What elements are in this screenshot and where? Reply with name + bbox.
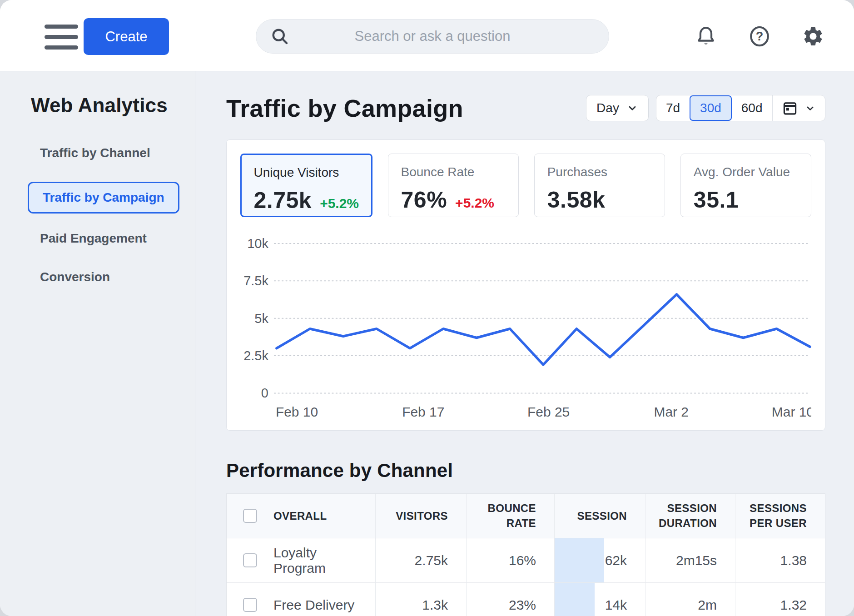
sidebar-item-paid-engagement[interactable]: Paid Engagement: [40, 229, 181, 248]
visitors-cell: 2.75k: [375, 538, 466, 582]
channel-cell: Loyalty Program: [227, 538, 375, 582]
table-body: Loyalty Program2.75k16%62k2m15s1.38Free …: [227, 538, 825, 616]
session-duration-cell-value: 2m15s: [676, 553, 717, 568]
column-header-session-duration: SESSION DURATION: [645, 494, 735, 538]
stat-label: Unique Visitors: [254, 165, 359, 180]
app-window: Create ?: [0, 0, 854, 616]
sessions-per-user-cell: 1.38: [735, 538, 825, 582]
column-header-sessions-per-user: SESSIONS PER USER: [735, 494, 825, 538]
sessions-per-user-cell-value: 1.32: [780, 597, 807, 613]
line-chart-svg: 02.5k5k7.5k10kFeb 10Feb 17Feb 25Mar 2Mar…: [240, 230, 811, 424]
granularity-dropdown[interactable]: Day: [586, 95, 649, 121]
stat-delta: +5.2%: [320, 196, 359, 211]
stat-card-avg-order-value[interactable]: Avg. Order Value35.1: [680, 154, 811, 217]
stat-value: 2.75k: [254, 187, 312, 214]
y-axis-tick: 5k: [254, 311, 268, 326]
granularity-label: Day: [596, 101, 619, 115]
page-title: Traffic by Campaign: [226, 94, 586, 122]
calendar-range-button[interactable]: [773, 95, 825, 121]
gear-icon: [802, 25, 824, 48]
session-cell: 62k: [554, 538, 645, 582]
column-header-visitors: VISITORS: [375, 494, 466, 538]
column-header-label: OVERALL: [273, 509, 327, 523]
sidebar-item-traffic-by-channel[interactable]: Traffic by Channel: [40, 143, 181, 163]
stat-label: Bounce Rate: [401, 165, 506, 179]
table-header-row: OVERALLVISITORSBOUNCE RATESESSIONSESSION…: [227, 494, 825, 538]
session-cell-value: 62k: [605, 553, 627, 568]
bounce-rate-cell: 23%: [466, 583, 554, 616]
y-axis-tick: 10k: [247, 236, 268, 251]
x-axis-tick: Feb 10: [276, 404, 318, 419]
range-selector: 7d30d60d: [656, 95, 825, 121]
row-checkbox[interactable]: [243, 553, 257, 567]
sidebar: Web Analytics Traffic by ChannelTraffic …: [0, 71, 195, 616]
x-axis-tick: Mar 2: [654, 404, 689, 419]
create-button[interactable]: Create: [84, 18, 169, 55]
y-axis-tick: 0: [261, 386, 268, 400]
stat-card-bounce-rate[interactable]: Bounce Rate76%+5.2%: [388, 154, 519, 217]
row-checkbox[interactable]: [243, 598, 257, 612]
visitors-cell: 1.3k: [375, 583, 466, 616]
sidebar-title: Web Analytics: [31, 94, 181, 117]
channel-name: Loyalty Program: [273, 545, 368, 576]
search-input[interactable]: [290, 28, 595, 45]
bounce-rate-cell-value: 23%: [509, 597, 536, 613]
y-axis-tick: 7.5k: [243, 273, 268, 288]
chevron-down-icon: [804, 103, 816, 114]
x-axis-tick: Feb 17: [402, 404, 444, 419]
y-axis-tick: 2.5k: [243, 348, 268, 363]
stat-card-unique-visitors[interactable]: Unique Visitors2.75k+5.2%: [240, 154, 372, 217]
bounce-rate-cell: 16%: [466, 538, 554, 582]
svg-text:?: ?: [756, 29, 764, 43]
stat-value: 76%: [401, 187, 447, 213]
channel-cell: Free Delivery: [227, 583, 375, 616]
visitors-cell-value: 2.75k: [415, 553, 448, 568]
sidebar-nav: Traffic by ChannelTraffic by CampaignPai…: [40, 143, 181, 287]
date-controls: Day 7d30d60d: [586, 95, 825, 121]
x-axis-tick: Feb 25: [527, 404, 570, 419]
notifications-button[interactable]: [694, 25, 718, 48]
stat-delta: +5.2%: [455, 195, 494, 211]
sessions-per-user-cell: 1.32: [735, 583, 825, 616]
sidebar-item-traffic-by-campaign[interactable]: Traffic by Campaign: [28, 182, 179, 214]
visitors-cell-value: 1.3k: [422, 597, 448, 613]
select-all-checkbox[interactable]: [243, 509, 257, 523]
bell-icon: [695, 25, 717, 48]
chevron-down-icon: [626, 102, 638, 114]
range-button-60d[interactable]: 60d: [732, 95, 772, 121]
session-duration-cell: 2m: [645, 583, 735, 616]
session-data-bar: [555, 583, 595, 616]
help-icon: ?: [748, 25, 771, 48]
hamburger-menu-icon[interactable]: [45, 25, 78, 50]
sessions-per-user-cell-value: 1.38: [780, 553, 807, 568]
table-row-free-delivery[interactable]: Free Delivery1.3k23%14k2m1.32: [227, 583, 825, 616]
stat-value: 3.58k: [547, 187, 606, 213]
session-duration-cell: 2m15s: [645, 538, 735, 582]
column-header-session: SESSION: [554, 494, 645, 538]
main-content: Traffic by Campaign Day 7d30d60d: [195, 71, 854, 616]
table-row-loyalty-program[interactable]: Loyalty Program2.75k16%62k2m15s1.38: [227, 538, 825, 583]
performance-section-title: Performance by Channel: [226, 460, 825, 482]
bounce-rate-cell-value: 16%: [509, 553, 536, 568]
help-button[interactable]: ?: [748, 25, 771, 48]
traffic-chart-card: Unique Visitors2.75k+5.2%Bounce Rate76%+…: [226, 139, 825, 431]
calendar-icon: [782, 100, 798, 116]
stat-card-purchases[interactable]: Purchases3.58k: [534, 154, 665, 217]
search-bar[interactable]: [256, 19, 609, 54]
chart-line-unique-visitors: [277, 294, 810, 365]
session-duration-cell-value: 2m: [698, 597, 717, 613]
session-cell: 14k: [554, 583, 645, 616]
range-button-7d[interactable]: 7d: [656, 95, 690, 121]
stat-cards: Unique Visitors2.75k+5.2%Bounce Rate76%+…: [240, 154, 811, 217]
sidebar-item-conversion[interactable]: Conversion: [40, 267, 181, 287]
line-chart: 02.5k5k7.5k10kFeb 10Feb 17Feb 25Mar 2Mar…: [240, 230, 811, 426]
topbar: Create ?: [0, 0, 854, 71]
stat-label: Avg. Order Value: [694, 165, 798, 179]
settings-button[interactable]: [801, 25, 825, 48]
topbar-icons: ?: [694, 25, 825, 48]
channel-name: Free Delivery: [273, 597, 354, 613]
search-icon: [270, 26, 290, 46]
session-cell-value: 14k: [605, 597, 627, 613]
column-header-overall: OVERALL: [227, 494, 375, 538]
range-button-30d[interactable]: 30d: [690, 95, 732, 121]
